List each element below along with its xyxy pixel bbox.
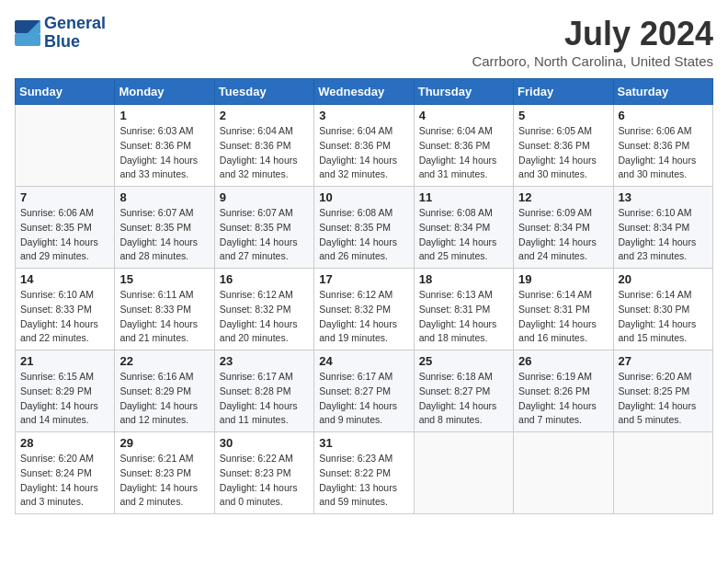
cell-content: Sunrise: 6:10 AM Sunset: 8:33 PM Dayligh… xyxy=(20,288,109,346)
day-number: 13 xyxy=(619,190,708,204)
cell-content: Sunrise: 6:19 AM Sunset: 8:26 PM Dayligh… xyxy=(518,370,608,428)
cell-content: Sunrise: 6:11 AM Sunset: 8:33 PM Dayligh… xyxy=(119,288,209,346)
logo-text: General Blue xyxy=(44,15,106,52)
location: Carrboro, North Carolina, United States xyxy=(472,53,713,69)
day-number: 22 xyxy=(119,354,209,368)
day-number: 26 xyxy=(518,354,608,368)
day-number: 31 xyxy=(319,436,408,450)
logo-icon xyxy=(15,20,40,46)
day-number: 7 xyxy=(20,190,109,204)
cell-content: Sunrise: 6:04 AM Sunset: 8:36 PM Dayligh… xyxy=(419,124,508,182)
cell-content: Sunrise: 6:23 AM Sunset: 8:22 PM Dayligh… xyxy=(319,452,408,510)
day-number: 21 xyxy=(20,354,109,368)
cell-content: Sunrise: 6:17 AM Sunset: 8:27 PM Dayligh… xyxy=(319,370,408,428)
calendar-cell: 28Sunrise: 6:20 AM Sunset: 8:24 PM Dayli… xyxy=(16,432,115,514)
calendar-cell: 27Sunrise: 6:20 AM Sunset: 8:25 PM Dayli… xyxy=(613,350,712,432)
calendar-cell: 30Sunrise: 6:22 AM Sunset: 8:23 PM Dayli… xyxy=(214,432,313,514)
cell-content: Sunrise: 6:12 AM Sunset: 8:32 PM Dayligh… xyxy=(319,288,408,346)
calendar-cell: 18Sunrise: 6:13 AM Sunset: 8:31 PM Dayli… xyxy=(414,269,513,350)
col-header-saturday: Saturday xyxy=(613,79,712,105)
col-header-tuesday: Tuesday xyxy=(214,79,313,105)
month-title: July 2024 xyxy=(472,15,713,53)
cell-content: Sunrise: 6:15 AM Sunset: 8:29 PM Dayligh… xyxy=(20,370,109,428)
cell-content: Sunrise: 6:06 AM Sunset: 8:35 PM Dayligh… xyxy=(20,206,109,264)
cell-content: Sunrise: 6:08 AM Sunset: 8:35 PM Dayligh… xyxy=(319,206,408,264)
calendar-cell: 3Sunrise: 6:04 AM Sunset: 8:36 PM Daylig… xyxy=(314,105,414,187)
svg-rect-2 xyxy=(15,33,40,46)
calendar-cell: 8Sunrise: 6:07 AM Sunset: 8:35 PM Daylig… xyxy=(115,187,214,269)
calendar-cell: 25Sunrise: 6:18 AM Sunset: 8:27 PM Dayli… xyxy=(414,350,513,432)
cell-content: Sunrise: 6:13 AM Sunset: 8:31 PM Dayligh… xyxy=(419,288,508,346)
day-number: 15 xyxy=(119,272,209,286)
col-header-monday: Monday xyxy=(115,79,214,105)
day-number: 8 xyxy=(119,190,209,204)
calendar-cell: 13Sunrise: 6:10 AM Sunset: 8:34 PM Dayli… xyxy=(613,187,712,269)
cell-content: Sunrise: 6:17 AM Sunset: 8:28 PM Dayligh… xyxy=(220,370,309,428)
cell-content: Sunrise: 6:16 AM Sunset: 8:29 PM Dayligh… xyxy=(119,370,209,428)
cell-content: Sunrise: 6:04 AM Sunset: 8:36 PM Dayligh… xyxy=(319,124,408,182)
cell-content: Sunrise: 6:03 AM Sunset: 8:36 PM Dayligh… xyxy=(119,124,209,182)
cell-content: Sunrise: 6:22 AM Sunset: 8:23 PM Dayligh… xyxy=(220,452,309,510)
col-header-wednesday: Wednesday xyxy=(314,79,414,105)
cell-content: Sunrise: 6:09 AM Sunset: 8:34 PM Dayligh… xyxy=(518,206,608,264)
calendar-cell: 4Sunrise: 6:04 AM Sunset: 8:36 PM Daylig… xyxy=(414,105,513,187)
day-number: 5 xyxy=(518,109,608,122)
col-header-friday: Friday xyxy=(514,79,613,105)
calendar-cell: 1Sunrise: 6:03 AM Sunset: 8:36 PM Daylig… xyxy=(115,105,214,187)
calendar-cell: 9Sunrise: 6:07 AM Sunset: 8:35 PM Daylig… xyxy=(214,187,313,269)
calendar-cell: 23Sunrise: 6:17 AM Sunset: 8:28 PM Dayli… xyxy=(214,350,313,432)
cell-content: Sunrise: 6:07 AM Sunset: 8:35 PM Dayligh… xyxy=(119,206,209,264)
cell-content: Sunrise: 6:10 AM Sunset: 8:34 PM Dayligh… xyxy=(619,206,708,264)
day-number: 16 xyxy=(220,272,309,286)
calendar-cell: 11Sunrise: 6:08 AM Sunset: 8:34 PM Dayli… xyxy=(414,187,513,269)
cell-content: Sunrise: 6:12 AM Sunset: 8:32 PM Dayligh… xyxy=(220,288,309,346)
day-number: 25 xyxy=(419,354,508,368)
week-row-1: 1Sunrise: 6:03 AM Sunset: 8:36 PM Daylig… xyxy=(16,105,713,187)
calendar-cell: 31Sunrise: 6:23 AM Sunset: 8:22 PM Dayli… xyxy=(314,432,414,514)
calendar-cell: 15Sunrise: 6:11 AM Sunset: 8:33 PM Dayli… xyxy=(115,269,214,350)
calendar-cell: 17Sunrise: 6:12 AM Sunset: 8:32 PM Dayli… xyxy=(314,269,414,350)
cell-content: Sunrise: 6:07 AM Sunset: 8:35 PM Dayligh… xyxy=(220,206,309,264)
calendar-cell: 21Sunrise: 6:15 AM Sunset: 8:29 PM Dayli… xyxy=(16,350,115,432)
calendar-cell: 10Sunrise: 6:08 AM Sunset: 8:35 PM Dayli… xyxy=(314,187,414,269)
cell-content: Sunrise: 6:05 AM Sunset: 8:36 PM Dayligh… xyxy=(518,124,608,182)
day-number: 29 xyxy=(119,436,209,450)
calendar-cell: 7Sunrise: 6:06 AM Sunset: 8:35 PM Daylig… xyxy=(16,187,115,269)
calendar-cell: 16Sunrise: 6:12 AM Sunset: 8:32 PM Dayli… xyxy=(214,269,313,350)
calendar-cell: 26Sunrise: 6:19 AM Sunset: 8:26 PM Dayli… xyxy=(514,350,613,432)
calendar-cell: 29Sunrise: 6:21 AM Sunset: 8:23 PM Dayli… xyxy=(115,432,214,514)
col-header-thursday: Thursday xyxy=(414,79,513,105)
calendar-cell: 5Sunrise: 6:05 AM Sunset: 8:36 PM Daylig… xyxy=(514,105,613,187)
cell-content: Sunrise: 6:06 AM Sunset: 8:36 PM Dayligh… xyxy=(619,124,708,182)
calendar-cell xyxy=(613,432,712,514)
calendar-table: SundayMondayTuesdayWednesdayThursdayFrid… xyxy=(15,78,713,514)
day-number: 2 xyxy=(220,109,309,122)
cell-content: Sunrise: 6:20 AM Sunset: 8:24 PM Dayligh… xyxy=(20,452,109,510)
day-number: 12 xyxy=(518,190,608,204)
cell-content: Sunrise: 6:14 AM Sunset: 8:31 PM Dayligh… xyxy=(518,288,608,346)
day-number: 20 xyxy=(619,272,708,286)
day-number: 4 xyxy=(419,109,508,122)
calendar-cell: 2Sunrise: 6:04 AM Sunset: 8:36 PM Daylig… xyxy=(214,105,313,187)
logo: General Blue xyxy=(15,15,106,52)
day-number: 6 xyxy=(619,109,708,122)
day-number: 24 xyxy=(319,354,408,368)
calendar-cell: 14Sunrise: 6:10 AM Sunset: 8:33 PM Dayli… xyxy=(16,269,115,350)
day-number: 27 xyxy=(619,354,708,368)
day-number: 19 xyxy=(518,272,608,286)
calendar-cell: 6Sunrise: 6:06 AM Sunset: 8:36 PM Daylig… xyxy=(613,105,712,187)
calendar-cell: 24Sunrise: 6:17 AM Sunset: 8:27 PM Dayli… xyxy=(314,350,414,432)
title-area: July 2024 Carrboro, North Carolina, Unit… xyxy=(472,15,713,69)
cell-content: Sunrise: 6:14 AM Sunset: 8:30 PM Dayligh… xyxy=(619,288,708,346)
col-header-sunday: Sunday xyxy=(16,79,115,105)
page-header: General Blue July 2024 Carrboro, North C… xyxy=(15,15,713,69)
cell-content: Sunrise: 6:21 AM Sunset: 8:23 PM Dayligh… xyxy=(119,452,209,510)
cell-content: Sunrise: 6:04 AM Sunset: 8:36 PM Dayligh… xyxy=(220,124,309,182)
day-number: 30 xyxy=(220,436,309,450)
week-row-5: 28Sunrise: 6:20 AM Sunset: 8:24 PM Dayli… xyxy=(16,432,713,514)
day-number: 28 xyxy=(20,436,109,450)
day-number: 14 xyxy=(20,272,109,286)
calendar-cell xyxy=(414,432,513,514)
cell-content: Sunrise: 6:18 AM Sunset: 8:27 PM Dayligh… xyxy=(419,370,508,428)
day-number: 18 xyxy=(419,272,508,286)
